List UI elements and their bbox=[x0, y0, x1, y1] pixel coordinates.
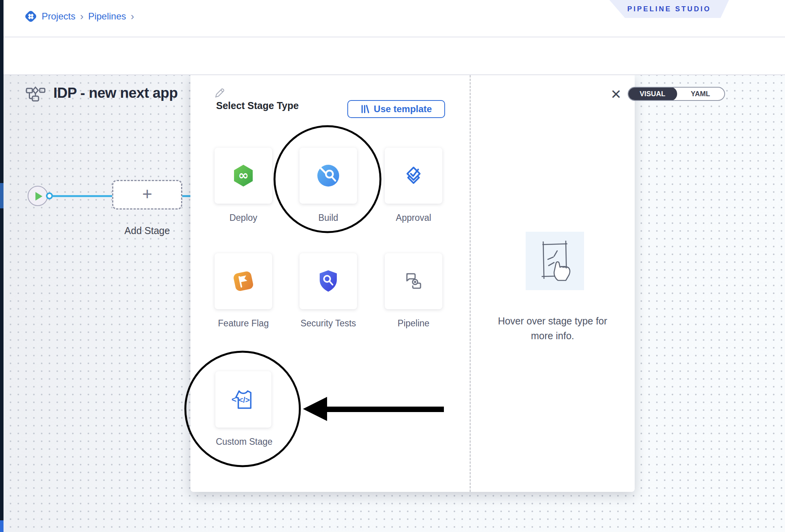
toggle-visual[interactable]: VISUAL bbox=[628, 87, 677, 101]
pipeline-stages-icon bbox=[402, 270, 425, 292]
breadcrumb-separator: › bbox=[130, 11, 135, 21]
projects-logo-icon bbox=[24, 9, 38, 23]
stage-label: Pipeline bbox=[377, 317, 451, 330]
stage-label: Build bbox=[291, 211, 365, 224]
svg-text:<: < bbox=[232, 395, 237, 404]
top-header: Projects › Pipelines › PIPELINE STUDIO bbox=[4, 0, 785, 37]
page-title: IDP - new next app bbox=[53, 85, 178, 101]
breadcrumb-projects[interactable]: Projects bbox=[42, 11, 76, 22]
svg-text:∞: ∞ bbox=[238, 168, 249, 183]
flow-connector-line bbox=[53, 195, 112, 197]
panel-divider bbox=[470, 75, 471, 492]
pipeline-flowchart-icon bbox=[25, 86, 46, 105]
stage-label: Security Tests bbox=[291, 317, 365, 330]
stage-label: Custom Stage bbox=[207, 435, 281, 448]
click-square-hand-icon bbox=[533, 238, 577, 284]
add-stage-label: Add Stage bbox=[104, 225, 190, 236]
pipeline-tile[interactable] bbox=[385, 253, 442, 309]
feature-flag-tile[interactable] bbox=[215, 253, 272, 309]
stage-type-custom-stage: </> < Custom Stage bbox=[215, 371, 271, 448]
select-stage-type-panel: Select Stage Type Use template ✕ ∞ Deplo… bbox=[190, 75, 635, 492]
stage-type-build: Build bbox=[299, 148, 357, 224]
edit-title-pencil-icon[interactable] bbox=[214, 87, 225, 100]
hover-hint-illustration bbox=[526, 232, 584, 290]
stage-type-feature-flag: Feature Flag bbox=[215, 253, 272, 330]
stage-label: Feature Flag bbox=[206, 317, 280, 330]
approval-check-icon bbox=[401, 164, 426, 188]
deploy-cd-icon: ∞ bbox=[230, 162, 257, 189]
stage-type-approval: Approval bbox=[385, 148, 442, 224]
breadcrumb-pipelines[interactable]: Pipelines bbox=[88, 11, 126, 22]
nav-strip-bottom-segment bbox=[0, 520, 4, 532]
plus-icon: + bbox=[142, 185, 152, 203]
connector-dot[interactable] bbox=[46, 192, 53, 199]
left-nav-strip bbox=[0, 0, 4, 532]
feature-flag-icon bbox=[230, 268, 257, 294]
security-tests-tile[interactable] bbox=[299, 253, 357, 309]
use-template-label: Use template bbox=[374, 104, 432, 115]
build-tile[interactable] bbox=[299, 148, 357, 204]
security-shield-icon bbox=[316, 268, 340, 294]
title-bar: IDP - new next app VISUAL YAML bbox=[4, 37, 785, 75]
stage-type-security-tests: Security Tests bbox=[299, 253, 357, 330]
pipeline-studio-badge: PIPELINE STUDIO bbox=[609, 0, 729, 18]
build-ci-icon bbox=[315, 163, 341, 188]
toggle-yaml[interactable]: YAML bbox=[676, 88, 724, 100]
use-template-button[interactable]: Use template bbox=[347, 100, 445, 118]
nav-strip-active-segment bbox=[0, 183, 4, 208]
breadcrumb: Projects › Pipelines › bbox=[24, 9, 135, 23]
svg-text:</>: </> bbox=[239, 396, 250, 404]
custom-stage-tile[interactable]: </> < bbox=[215, 371, 271, 428]
flow-connector-line bbox=[182, 195, 190, 197]
pipeline-start-node[interactable] bbox=[28, 186, 48, 206]
add-stage-button[interactable]: + bbox=[112, 180, 182, 210]
view-mode-toggle: VISUAL YAML bbox=[628, 87, 725, 101]
stage-type-pipeline: Pipeline bbox=[385, 253, 442, 330]
approval-tile[interactable] bbox=[385, 148, 442, 204]
play-icon bbox=[35, 192, 42, 201]
stage-label: Deploy bbox=[206, 211, 280, 224]
breadcrumb-separator: › bbox=[79, 11, 84, 21]
panel-title: Select Stage Type bbox=[216, 100, 299, 111]
close-icon[interactable]: ✕ bbox=[610, 88, 622, 101]
stage-label: Approval bbox=[377, 211, 451, 224]
hover-hint-text: Hover over stage type for more info. bbox=[486, 314, 619, 343]
stage-type-deploy: ∞ Deploy bbox=[215, 148, 272, 224]
deploy-tile[interactable]: ∞ bbox=[215, 148, 272, 204]
template-library-icon bbox=[361, 104, 370, 114]
custom-stage-code-icon: </> < bbox=[231, 388, 256, 411]
